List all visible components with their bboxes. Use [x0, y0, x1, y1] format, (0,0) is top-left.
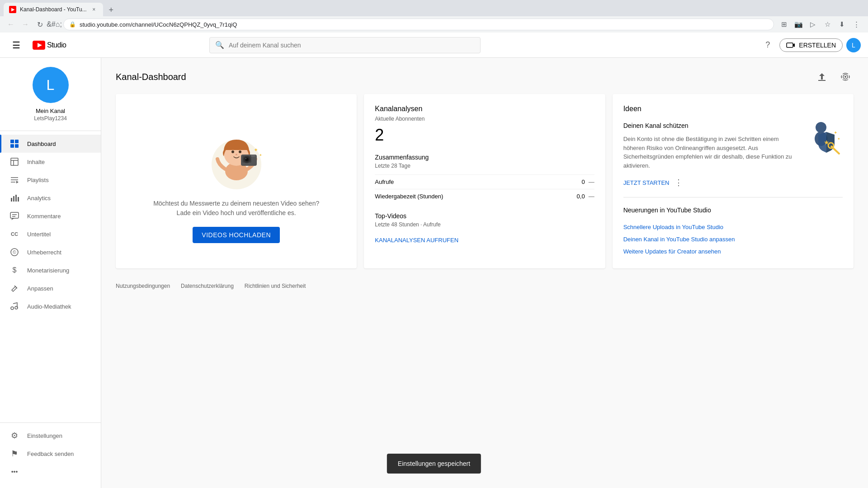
update-item-2[interactable]: Weitere Updates für Creator ansehen [623, 245, 843, 258]
ideas-more-button[interactable]: ⋮ [673, 177, 684, 188]
footer-link-nutzung[interactable]: Nutzungsbedingungen [116, 283, 170, 289]
wiedergabe-value: 0,0 — [577, 193, 594, 200]
sidebar-item-monetarisierung-label: Monetarisierung [27, 267, 69, 274]
page-title: Kanal-Dashboard [116, 72, 814, 82]
update-item-1[interactable]: Deinen Kanal in YouTube Studio anpassen [623, 233, 843, 245]
sidebar-item-inhalte[interactable]: Inhalte [0, 153, 101, 171]
svg-rect-15 [11, 198, 12, 202]
extensions-icon[interactable]: ⊞ [778, 18, 790, 31]
browser-tab[interactable]: ▶ Kanal-Dashboard - YouTu... × [4, 3, 103, 16]
reload-button[interactable]: ↻ [34, 19, 45, 30]
profile-name: Mein Kanal [36, 108, 65, 114]
sidebar-item-anpassen[interactable]: Anpassen [0, 279, 101, 297]
camera-icon [786, 42, 795, 49]
settings-button[interactable]: ⚙ Einstellungen [0, 427, 101, 445]
footer-link-richtlinien[interactable]: Richtlinien und Sicherheit [245, 283, 306, 289]
svg-rect-5 [15, 140, 19, 143]
sidebar-item-dashboard-label: Dashboard [27, 141, 56, 147]
ideas-text-area: Deinen Kanal schützen Dein Konto ist ohn… [623, 122, 799, 177]
address-bar[interactable]: 🔒 studio.youtube.com/channel/UCocN6zQPHQ… [63, 19, 774, 30]
app-header: ☰ Studio 🔍 ? ERSTELLEN L [0, 33, 868, 58]
svg-point-42 [245, 158, 246, 159]
feedback-button[interactable]: ⚑ Feedback senden [0, 445, 101, 463]
hamburger-button[interactable]: ☰ [7, 36, 25, 54]
urheberrecht-icon: © [9, 247, 20, 258]
sidebar-item-urheberrecht-label: Urheberrecht [27, 249, 61, 256]
svg-text:✦: ✦ [837, 137, 840, 141]
svg-rect-8 [11, 158, 18, 165]
svg-point-30 [844, 76, 846, 78]
sidebar-item-analytics-label: Analytics [27, 195, 51, 202]
sidebar-item-monetarisierung[interactable]: $ Monetarisierung [0, 261, 101, 279]
aufrufe-value: 0 — [581, 178, 594, 185]
jetzt-starten-link[interactable]: JETZT STARTEN [623, 179, 670, 186]
search-input-wrap[interactable]: 🔍 [209, 37, 481, 53]
svg-point-34 [231, 150, 234, 153]
cast-icon[interactable]: ▷ [807, 18, 819, 31]
tab-title: Kanal-Dashboard - YouTu... [20, 6, 87, 13]
page-header: Kanal-Dashboard [116, 69, 854, 85]
profile-avatar[interactable]: L [33, 67, 69, 103]
svg-point-36 [236, 154, 237, 155]
profile-handle: LetsPlay1234 [34, 115, 67, 122]
sidebar-item-audio[interactable]: Audio-Mediathek [0, 297, 101, 315]
sidebar-item-kommentare-label: Kommentare [27, 213, 61, 220]
ideas-section-title: Deinen Kanal schützen [623, 122, 799, 129]
upload-icon-button[interactable] [814, 69, 830, 85]
youtube-logo-icon [33, 41, 45, 50]
subscriber-count: 2 [375, 126, 594, 145]
upload-illustration-svg: ✦ ✦ [200, 119, 273, 192]
anpassen-icon [9, 283, 20, 294]
tab-close-button[interactable]: × [90, 6, 98, 13]
home-button[interactable]: &#⌂; [49, 19, 60, 30]
live-icon-button[interactable] [837, 69, 854, 85]
browser-toolbar: ← → ↻ &#⌂; 🔒 studio.youtube.com/channel/… [0, 16, 868, 33]
update-item-0[interactable]: Schnellere Uploads in YouTube Studio [623, 221, 843, 233]
updates-title: Neuerungen in YouTube Studio [623, 206, 843, 214]
search-input[interactable] [229, 42, 475, 49]
upload-video-button[interactable]: VIDEOS HOCHLADEN [193, 227, 280, 243]
sidebar-item-dashboard[interactable]: Dashboard [0, 135, 101, 153]
sidebar-nav: Dashboard Inhalte [0, 131, 101, 422]
menu-icon[interactable]: ⋮ [850, 18, 863, 31]
svg-point-46 [816, 122, 826, 133]
footer-link-datenschutz[interactable]: Datenschutzerklärung [181, 283, 234, 289]
create-button[interactable]: ERSTELLEN [779, 38, 843, 52]
sidebar-item-playlists[interactable]: Playlists [0, 171, 101, 189]
help-button[interactable]: ? [760, 37, 776, 53]
header-right: ? ERSTELLEN L [760, 37, 861, 53]
analytics-link[interactable]: KANALANALYSEN AUFRUFEN [375, 237, 594, 244]
forward-button[interactable]: → [20, 19, 31, 30]
bookmark-icon[interactable]: ☆ [821, 18, 834, 31]
svg-text:©: © [13, 250, 16, 255]
search-icon: 🔍 [215, 41, 224, 49]
audio-icon [9, 301, 20, 312]
user-avatar[interactable]: L [846, 38, 861, 52]
sidebar-item-urheberrecht[interactable]: © Urheberrecht [0, 243, 101, 261]
summary-title: Zusammenfassung [375, 154, 594, 161]
download-icon[interactable]: ⬇ [835, 18, 848, 31]
ideas-description: Dein Konto ist ohne die Bestätigung in z… [623, 135, 799, 170]
new-tab-button[interactable]: + [105, 4, 118, 16]
sidebar-item-kommentare[interactable]: Kommentare [0, 207, 101, 225]
back-button[interactable]: ← [5, 19, 16, 30]
svg-rect-16 [13, 196, 14, 202]
svg-marker-14 [16, 181, 19, 183]
sidebar-footer: ⚙ Einstellungen ⚑ Feedback senden ••• [0, 422, 101, 488]
logo[interactable]: Studio [33, 41, 66, 50]
more-button[interactable]: ••• [0, 463, 101, 481]
live-icon [840, 71, 851, 82]
sidebar-item-inhalte-label: Inhalte [27, 159, 45, 165]
svg-rect-43 [251, 155, 255, 157]
sidebar-item-analytics[interactable]: Analytics [0, 189, 101, 207]
app-body: L Mein Kanal LetsPlay1234 Dashboar [0, 58, 868, 488]
content-footer: Nutzungsbedingungen Datenschutzerklärung… [116, 283, 854, 289]
sidebar-profile: L Mein Kanal LetsPlay1234 [0, 58, 101, 131]
svg-rect-28 [818, 80, 826, 81]
settings-label: Einstellungen [27, 432, 62, 439]
screenshot-icon[interactable]: 📷 [792, 18, 805, 31]
sidebar-item-untertitel[interactable]: CC Untertitel [0, 225, 101, 243]
svg-point-35 [239, 150, 241, 153]
ideas-content: Deinen Kanal schützen Dein Konto ist ohn… [623, 122, 843, 177]
summary-row-aufrufe: Aufrufe 0 — [375, 174, 594, 189]
